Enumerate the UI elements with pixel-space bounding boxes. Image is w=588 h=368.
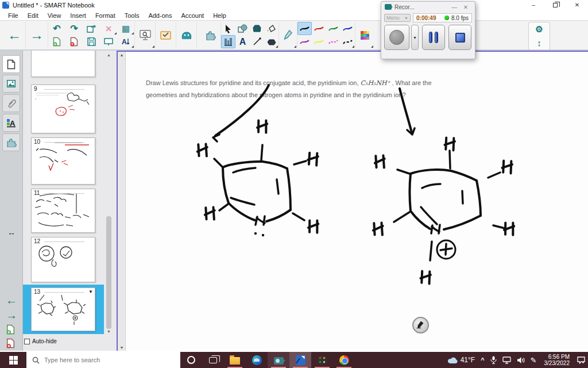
recorder-title-bar[interactable]: Recor... — ✕ bbox=[381, 2, 475, 12]
delete-page-button[interactable] bbox=[65, 35, 83, 48]
cortana-button[interactable] bbox=[180, 352, 202, 368]
undo-button[interactable]: ↶ bbox=[48, 22, 65, 35]
pen-style-blue[interactable] bbox=[341, 22, 355, 35]
search-input[interactable] bbox=[44, 356, 159, 363]
pen-style-black-dashed[interactable] bbox=[341, 35, 355, 48]
tab-properties[interactable]: A bbox=[2, 114, 20, 132]
recorder-minimize-button[interactable]: — bbox=[448, 4, 460, 10]
record-options-dropdown[interactable]: ▼ bbox=[411, 25, 419, 50]
menu-view[interactable]: View bbox=[43, 12, 66, 19]
menu-help[interactable]: Help bbox=[208, 12, 231, 19]
smart-notebook-button[interactable] bbox=[289, 352, 311, 368]
measure-tool[interactable] bbox=[221, 35, 235, 48]
thumbnail-page-11[interactable]: 11 bbox=[31, 189, 95, 233]
strip-previous-page-button[interactable]: ← bbox=[0, 294, 23, 306]
thumbnail-page-9[interactable]: 9 bbox=[31, 85, 95, 133]
display-tray-button[interactable] bbox=[500, 356, 514, 364]
smart-recorder-button[interactable] bbox=[268, 352, 289, 368]
menu-account[interactable]: Account bbox=[176, 12, 208, 19]
strip-add-page-button[interactable] bbox=[6, 324, 15, 337]
text-tool[interactable]: A bbox=[235, 35, 250, 48]
export-page-button[interactable] bbox=[83, 22, 100, 35]
thumbnail-page-13-selected[interactable]: 13 ▼ bbox=[31, 288, 95, 331]
previous-page-button[interactable]: ← bbox=[3, 22, 26, 48]
tab-addons[interactable] bbox=[2, 133, 20, 151]
tray-overflow-button[interactable]: ^ bbox=[478, 356, 487, 363]
microphone-tray-button[interactable] bbox=[488, 356, 500, 364]
eraser-tool[interactable] bbox=[264, 35, 278, 48]
menu-file[interactable]: File bbox=[3, 12, 23, 19]
strip-next-page-button[interactable]: → bbox=[0, 309, 23, 321]
panel-resize-handle[interactable]: ↔ bbox=[0, 228, 23, 237]
menu-format[interactable]: Format bbox=[91, 12, 120, 19]
scroll-down-arrow[interactable]: ▼ bbox=[106, 329, 112, 334]
chrome-button[interactable] bbox=[333, 352, 355, 368]
table-button[interactable]: ▦ bbox=[117, 22, 134, 35]
palette-app-button[interactable] bbox=[311, 352, 333, 368]
taskbar-search[interactable] bbox=[26, 352, 180, 368]
smart-lab-button[interactable] bbox=[176, 22, 197, 48]
toolbar-move-button[interactable]: ↕ bbox=[537, 39, 541, 47]
sort-text-button[interactable]: A bbox=[117, 35, 134, 48]
recorder-close-button[interactable]: ✕ bbox=[460, 4, 471, 10]
email-notification-button[interactable] bbox=[156, 22, 176, 48]
pen-workspace-button[interactable]: ✎ bbox=[528, 356, 540, 365]
delete-button[interactable]: ✕ bbox=[100, 22, 117, 35]
page-canvas[interactable]: ▲ ▼ Draw Lewis structures for pyridine a… bbox=[117, 51, 588, 351]
pen-style-red[interactable] bbox=[312, 22, 326, 35]
menu-insert[interactable]: Insert bbox=[65, 12, 91, 19]
task-view-button[interactable] bbox=[202, 352, 224, 368]
weather-widget[interactable]: 41°F bbox=[444, 356, 478, 364]
screen-capture-button[interactable] bbox=[135, 22, 156, 48]
pen-style-yellow[interactable] bbox=[312, 35, 326, 48]
record-button[interactable] bbox=[384, 25, 409, 50]
next-page-button[interactable]: → bbox=[26, 22, 48, 48]
thumbnail-page-8[interactable] bbox=[31, 51, 95, 77]
thumbnail-scrollbar[interactable]: ▲ ▼ bbox=[106, 53, 112, 338]
polygon-tool[interactable] bbox=[250, 22, 264, 35]
screen-shade-button[interactable] bbox=[100, 35, 117, 48]
pen-style-pink-dashed[interactable] bbox=[326, 35, 341, 48]
auto-hide-control[interactable]: Auto-hide bbox=[24, 338, 57, 344]
stop-button[interactable] bbox=[448, 25, 471, 50]
restore-button[interactable] bbox=[544, 0, 566, 10]
page-dropdown-arrow[interactable]: ▼ bbox=[88, 289, 93, 294]
select-tool[interactable] bbox=[221, 22, 235, 35]
save-button[interactable] bbox=[83, 35, 100, 48]
tab-page-sorter[interactable] bbox=[2, 55, 20, 73]
tab-attachments[interactable] bbox=[2, 94, 20, 112]
thumbnail-page-10[interactable]: 10 bbox=[31, 137, 95, 185]
recorder-menu-dropdown[interactable]: Menu ▼ bbox=[384, 14, 411, 22]
line-tool[interactable] bbox=[250, 35, 264, 48]
menu-tools[interactable]: Tools bbox=[120, 12, 144, 19]
close-button[interactable]: ✕ bbox=[566, 0, 588, 10]
floating-pen-button[interactable] bbox=[412, 317, 429, 334]
menu-addons[interactable]: Add-ons bbox=[144, 12, 176, 19]
color-palette-button[interactable] bbox=[355, 22, 374, 48]
edge-button[interactable] bbox=[246, 352, 268, 368]
auto-hide-checkbox[interactable] bbox=[24, 339, 30, 344]
redo-button[interactable]: ↷ bbox=[65, 22, 83, 35]
pen-tool-button[interactable] bbox=[279, 22, 297, 48]
gallery-addon-button[interactable] bbox=[200, 22, 221, 48]
pen-style-magenta[interactable] bbox=[297, 35, 312, 48]
properties-gear-button[interactable]: ⚙ bbox=[535, 25, 543, 33]
tab-gallery[interactable] bbox=[2, 75, 20, 93]
pause-button[interactable] bbox=[422, 25, 445, 50]
scroll-up-arrow[interactable]: ▲ bbox=[106, 53, 112, 57]
shapes-tool[interactable] bbox=[235, 22, 250, 35]
pen-style-green[interactable] bbox=[326, 22, 341, 35]
scrollbar-thumb[interactable] bbox=[106, 216, 111, 329]
add-page-button[interactable] bbox=[48, 35, 65, 48]
action-center-button[interactable] bbox=[574, 356, 588, 364]
minimize-button[interactable]: – bbox=[523, 0, 544, 10]
volume-tray-button[interactable] bbox=[514, 356, 528, 364]
pen-style-black[interactable] bbox=[297, 22, 312, 35]
strip-delete-page-button[interactable] bbox=[6, 338, 15, 351]
fill-tool[interactable] bbox=[264, 22, 278, 35]
start-button[interactable] bbox=[0, 352, 26, 368]
thumbnail-page-12[interactable]: 12 bbox=[31, 237, 95, 282]
taskbar-clock[interactable]: 6:56 PM 3/23/2022 bbox=[540, 354, 575, 366]
menu-edit[interactable]: Edit bbox=[23, 12, 43, 19]
file-explorer-button[interactable] bbox=[224, 352, 246, 368]
